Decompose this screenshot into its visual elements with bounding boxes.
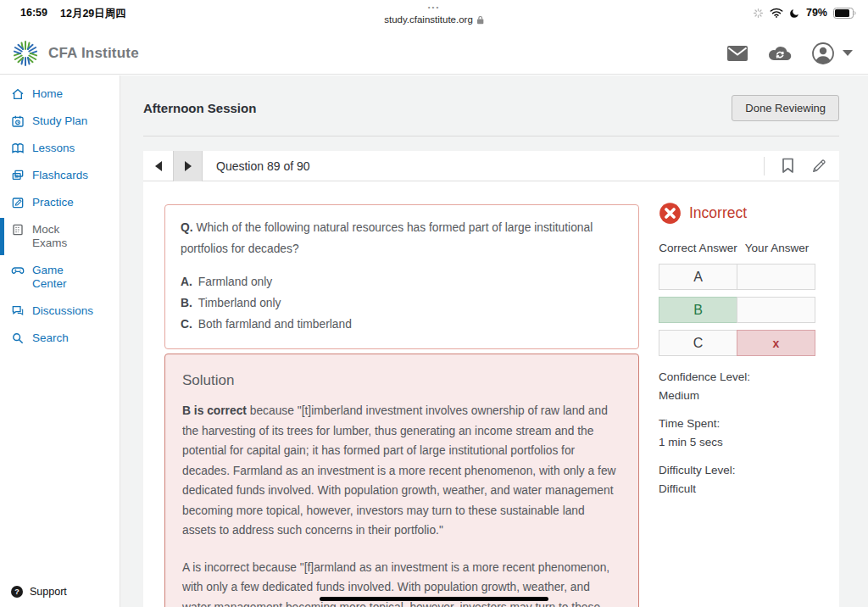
address-bar[interactable]: ••• study.cfainstitute.org [384,4,484,25]
exam-icon [11,223,25,237]
sidebar-item-label: Mock Exams [32,223,80,250]
home-icon [11,87,25,101]
brand-name: CFA Institute [48,45,139,62]
screen: 16:59 12月29日周四 ••• study.cfainstitute.or… [0,0,868,607]
correct-answer-header: Correct Answer [659,239,737,257]
sidebar-item-label: Game Center [32,264,80,291]
sidebar-item-label: Practice [32,196,74,209]
brand-logo[interactable]: CFA Institute [10,38,139,69]
brightness-icon [753,8,764,19]
sidebar-item-lessons[interactable]: Lessons [0,135,120,162]
practice-icon [11,196,25,209]
correct-cell-b: B [659,297,737,323]
difficulty-level: Difficulty Level: Difficult [659,461,818,498]
support-link[interactable]: ? Support [11,586,67,598]
avatar-icon [812,42,834,64]
page-title: Afternoon Session [143,101,256,115]
sidebar-item-study-plan[interactable]: Study Plan [0,108,120,135]
cfa-pinwheel-icon [10,38,41,69]
moon-icon [789,8,800,19]
sidebar-item-label: Flashcards [32,169,88,182]
your-cell-c: x [737,330,815,356]
chat-icon [11,304,25,318]
sidebar-item-label: Search [32,331,69,345]
arrow-right-icon [184,161,192,171]
correct-cell-c: C [659,330,737,356]
app-header: CFA Institute [0,32,868,75]
prev-question-button[interactable] [143,151,173,181]
sidebar-item-mock-exams[interactable]: Mock Exams [0,216,120,257]
sidebar-item-flashcards[interactable]: Flashcards [0,162,120,189]
question-counter: Question 89 of 90 [216,159,310,173]
search-icon [11,331,25,345]
correct-cell-a: A [659,264,737,290]
sidebar-item-label: Lessons [32,142,75,155]
sidebar-item-search[interactable]: Search [0,325,120,352]
chevron-down-icon [843,50,853,56]
clock: 16:59 [20,7,47,21]
sidebar-item-label: Study Plan [32,114,87,128]
battery-percent: 79% [806,7,827,19]
sidebar-item-discussions[interactable]: Discussions [0,298,120,325]
option-c: C.Both farmland and timberland [181,314,623,335]
main-area: Afternoon Session Done Reviewing Questio… [120,75,868,607]
question-prefix: Q. [181,221,193,234]
result-panel: Incorrect Correct Answer Your Answer A B [659,202,818,508]
sidebar-item-game-center[interactable]: Game Center [0,257,120,298]
sidebar-item-practice[interactable]: Practice [0,189,120,216]
divider [764,157,765,175]
question-nav: Question 89 of 90 [143,151,839,181]
cards-icon [11,169,25,182]
wifi-icon [770,8,783,18]
cloud-sync-icon[interactable] [768,45,792,62]
home-indicator[interactable] [320,597,548,601]
notes-pencil-icon[interactable] [811,158,827,174]
account-menu[interactable] [812,42,853,64]
solution-box: Solution B is correct because "[t]imberl… [164,354,639,607]
question-text: Q. Which of the following natural resour… [181,217,623,259]
question-card: Question 89 of 90 Q. [143,151,839,607]
your-cell-b [737,297,815,323]
page-dots: ••• [384,4,484,11]
question-box: Q. Which of the following natural resour… [164,204,639,349]
your-cell-a [737,264,815,290]
mail-icon[interactable] [727,46,748,61]
done-reviewing-button[interactable]: Done Reviewing [732,95,839,121]
sidebar: Home Study Plan Lessons Flashcards Pract… [0,75,120,607]
solution-paragraph-1: B is correct because "[t]imberland inves… [182,401,621,541]
support-label: Support [30,586,67,598]
arrow-left-icon [154,161,163,171]
confidence-level: Confidence Level: Medium [659,368,818,405]
next-question-button[interactable] [173,151,203,181]
sidebar-item-home[interactable]: Home [0,81,120,108]
divider [143,136,839,136]
answer-options: A.Farmland only B.Timberland only C.Both… [181,271,623,335]
answer-row-c: C x [659,330,818,356]
incorrect-x-icon [659,202,682,225]
date: 12月29日周四 [60,7,126,21]
status-badge: Incorrect [689,204,747,222]
calendar-icon [11,114,25,128]
sidebar-item-label: Home [32,87,63,101]
time-spent: Time Spent: 1 min 5 secs [659,415,818,452]
bookmark-icon[interactable] [782,158,794,174]
battery-icon [833,8,856,19]
option-a: A.Farmland only [181,271,623,292]
url-text: study.cfainstitute.org [384,14,473,25]
answer-row-b: B [659,297,818,323]
option-b: B.Timberland only [181,292,623,314]
help-icon: ? [11,586,23,598]
gamepad-icon [11,264,25,277]
status-bar: 16:59 12月29日周四 ••• study.cfainstitute.or… [0,0,868,32]
book-icon [11,142,25,155]
sidebar-item-label: Discussions [32,304,93,318]
your-answer-header: Your Answer [737,239,816,257]
lock-icon [476,15,484,25]
solution-heading: Solution [182,372,621,389]
answer-row-a: A [659,264,818,290]
